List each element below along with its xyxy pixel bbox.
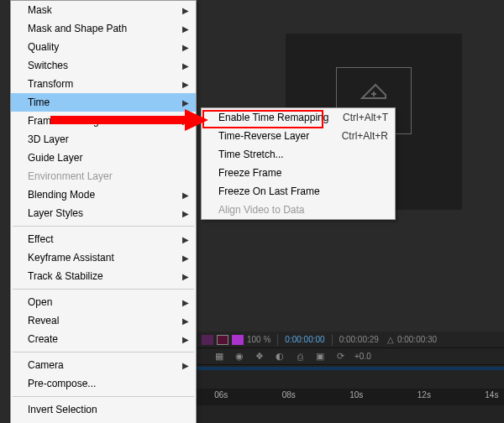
adjust-icon[interactable]: ◐	[274, 351, 286, 363]
menu-separator	[13, 226, 194, 227]
chevron-right-icon: ▶	[182, 209, 189, 218]
menu-transform[interactable]: Transform▶	[11, 75, 196, 93]
chevron-right-icon: ▶	[182, 43, 189, 52]
menu-3d-layer[interactable]: 3D Layer	[11, 130, 196, 149]
chevron-right-icon: ▶	[182, 98, 189, 107]
timeline-ticks[interactable]: 06s 08s 10s 12s 14s	[197, 389, 504, 405]
menu-invert-selection[interactable]: Invert Selection	[11, 400, 196, 419]
menu-mask-shape-path[interactable]: Mask and Shape Path▶	[11, 19, 196, 38]
menu-frame-blending[interactable]: Frame Blending▶	[11, 112, 196, 130]
menu-open[interactable]: Open▶	[11, 293, 196, 311]
context-menu-time: Enable Time RemappingCtrl+Alt+T Time-Rev…	[201, 107, 396, 220]
chevron-right-icon: ▶	[182, 6, 189, 15]
menu-separator	[13, 396, 194, 397]
chevron-right-icon: ▶	[182, 191, 189, 200]
chevron-right-icon: ▶	[182, 272, 189, 281]
chevron-right-icon: ▶	[182, 61, 189, 70]
menu-precompose[interactable]: Pre-compose...	[11, 374, 196, 393]
menu-camera[interactable]: Camera▶	[11, 356, 196, 374]
time-delta[interactable]: 0:00:00:30	[397, 335, 437, 344]
chevron-right-icon: ▶	[182, 298, 189, 307]
chevron-right-icon: ▶	[182, 316, 189, 326]
timeline-ruler[interactable]	[197, 367, 504, 370]
playrate-value[interactable]: +0.0	[354, 352, 371, 361]
tick-14s: 14s	[485, 390, 498, 400]
menu-time-stretch[interactable]: Time Stretch...	[202, 145, 395, 164]
context-menu-layer: Mask▶ Mask and Shape Path▶ Quality▶ Swit…	[10, 0, 197, 423]
color-swatch-3[interactable]	[232, 335, 244, 345]
menu-environment-layer: Environment Layer	[11, 167, 196, 185]
menu-enable-time-remapping[interactable]: Enable Time RemappingCtrl+Alt+T	[202, 108, 395, 127]
menu-effect[interactable]: Effect▶	[11, 230, 196, 248]
color-swatch-2[interactable]	[217, 335, 228, 345]
color-swatch-1[interactable]	[202, 335, 213, 345]
snapshot-icon[interactable]: ⎙	[294, 351, 306, 363]
chevron-right-icon: ▶	[182, 335, 189, 344]
timeline-panel: 100 % 0:00:00:00 0:00:00:29 △ 0:00:00:30…	[197, 332, 504, 423]
tick-10s: 10s	[349, 390, 363, 400]
menu-freeze-frame[interactable]: Freeze Frame	[202, 164, 395, 182]
menu-reveal[interactable]: Reveal▶	[11, 311, 196, 330]
chevron-right-icon: ▶	[182, 80, 189, 89]
refresh-icon[interactable]: ⟳	[334, 351, 346, 363]
shortcut-label: Ctrl+Alt+R	[342, 130, 388, 142]
shortcut-label: Ctrl+Alt+T	[343, 112, 388, 123]
create-comp-icon	[359, 81, 389, 105]
menu-quality[interactable]: Quality▶	[11, 38, 196, 56]
chevron-right-icon: ▶	[182, 117, 189, 126]
menu-track-stabilize[interactable]: Track & Stabilize▶	[11, 267, 196, 285]
grid-icon[interactable]: ▦	[213, 351, 225, 363]
chevron-right-icon: ▶	[182, 235, 189, 244]
menu-separator	[13, 289, 194, 290]
chevron-right-icon: ▶	[182, 361, 189, 370]
tick-06s: 06s	[214, 390, 228, 400]
camera-icon[interactable]: ◉	[234, 351, 245, 363]
timeline-icon-row: ▦ ◉ ❖ ◐ ⎙ ▣ ⟳ +0.0	[197, 348, 504, 365]
menu-keyframe-assistant[interactable]: Keyframe Assistant▶	[11, 248, 196, 267]
menu-select-children[interactable]: Select Children	[11, 419, 196, 423]
chevron-right-icon: ▶	[182, 253, 189, 263]
tick-12s: 12s	[417, 390, 431, 400]
chevron-right-icon: ▶	[182, 24, 189, 34]
mask-tool-icon[interactable]: ❖	[254, 351, 265, 363]
menu-mask[interactable]: Mask▶	[11, 1, 196, 19]
menu-time[interactable]: Time▶	[11, 93, 196, 112]
tick-08s: 08s	[282, 390, 296, 400]
menu-freeze-on-last-frame[interactable]: Freeze On Last Frame	[202, 182, 395, 201]
menu-create[interactable]: Create▶	[11, 330, 196, 348]
menu-blending-mode[interactable]: Blending Mode▶	[11, 185, 196, 204]
timeline-toolbar: 100 % 0:00:00:00 0:00:00:29 △ 0:00:00:30	[197, 332, 504, 348]
menu-align-video-to-data: Align Video to Data	[202, 201, 395, 219]
menu-guide-layer[interactable]: Guide Layer	[11, 149, 196, 167]
menu-time-reverse-layer[interactable]: Time-Reverse LayerCtrl+Alt+R	[202, 127, 395, 145]
menu-switches[interactable]: Switches▶	[11, 56, 196, 75]
menu-separator	[13, 352, 194, 352]
time-full[interactable]: 0:00:00:00	[285, 335, 324, 344]
zoom-value[interactable]: 100 %	[247, 335, 270, 344]
time-end[interactable]: 0:00:00:29	[339, 335, 379, 344]
alpha-icon[interactable]: ▣	[314, 351, 326, 363]
menu-layer-styles[interactable]: Layer Styles▶	[11, 204, 196, 222]
